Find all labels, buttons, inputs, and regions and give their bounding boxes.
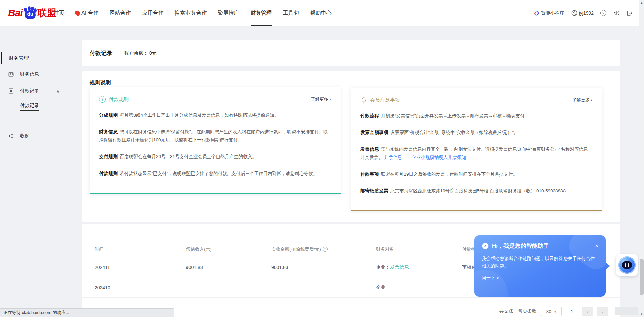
nav-item-screen[interactable]: 聚屏推广 — [218, 0, 239, 26]
cell-time: 202411 — [95, 265, 186, 270]
robot-avatar-icon — [618, 256, 636, 274]
sidebar-divider — [0, 127, 79, 127]
sidebar-title: 财务管理 — [0, 52, 74, 64]
mini-program-icon — [534, 10, 539, 16]
nav-item-search[interactable]: 搜索业务合作 — [175, 0, 207, 26]
note-invoice-info: 发票信息需与系统内发票信息内容完全一致，否则无法支付。请根据发票信息页面中“百度… — [360, 145, 592, 162]
account-balance: 账户余额： 0元 — [124, 50, 157, 56]
payment-record-icon — [8, 88, 14, 94]
nav-item-website[interactable]: 网站合作 — [110, 0, 131, 26]
total-count: 共 2 条 — [499, 308, 514, 314]
scroll-up-icon[interactable]: ▲ — [639, 0, 644, 6]
rules-panel: 规则说明 ¥ 付款规则 了解更多› 分成规则每月第3或4个工作日产出上月分成信息… — [82, 71, 620, 222]
note-invoice-amount: 发票金额事项发票票面“价税合计”金额=系统中“实收金额（扣除税费后/元）”。 — [360, 128, 592, 137]
caret-down-icon: ∨ — [554, 310, 556, 313]
chevron-up-icon[interactable]: ∧ — [56, 89, 60, 94]
help-icon[interactable]: ? — [600, 10, 606, 16]
logout-icon[interactable] — [626, 10, 633, 16]
small-taxpayer-link[interactable]: 企业小规模纳税人开票须知 — [412, 155, 466, 160]
sidebar-subitem-payment-record[interactable]: 付款记录 — [20, 103, 39, 109]
col-actual: 实收金额(扣除税费后/元) ? — [271, 246, 376, 252]
member-notes-more-link[interactable]: 了解更多› — [572, 97, 592, 103]
scrollbar[interactable]: ▲ ▼ — [639, 0, 644, 317]
main-nav: 首页 AI 合作 网站合作 应用合作 搜索业务合作 聚屏推广 财务管理 工具包 … — [54, 0, 332, 26]
pagination: 共 2 条 每页条数 30 ∨ 1 ‹ › — [499, 307, 608, 316]
ask-now-link[interactable]: 问一下 > — [482, 275, 598, 281]
cell-actual: -- — [271, 285, 376, 290]
logo-bai-text: Bai — [8, 7, 23, 19]
assistant-title: Hi，我是您的智能助手 — [492, 242, 549, 250]
sidebar-item-finance-info[interactable]: 财务信息 — [0, 68, 74, 80]
page-header-panel: 付款记录 账户余额： 0元 — [82, 40, 620, 66]
actual-amount-help-icon[interactable]: ? — [323, 247, 328, 252]
browser-status-bar: 正在等待 xlab.baidu.com 的响应... — [0, 308, 174, 317]
baidu-paw-icon: du — [23, 6, 37, 20]
rules-section-title: 规则说明 — [90, 79, 111, 86]
assistant-message: 我会帮助您诊断合作链路问题，以及解答您关于任何合作相关的问题。 — [482, 255, 598, 270]
payment-rules-more-link[interactable]: 了解更多› — [311, 96, 331, 102]
user-icon — [571, 10, 577, 16]
cell-time: 202410 — [95, 285, 186, 290]
payment-rules-card: ¥ 付款规则 了解更多› 分成规则每月第3或4个工作日产出上月分成信息及发票信息… — [90, 87, 341, 194]
rule-pay: 支付规则百度联盟会在每月20号—31号支付企业会员上个自然月产生的收入。 — [99, 152, 331, 161]
scroll-down-icon[interactable]: ▼ — [639, 311, 644, 317]
nav-item-ai[interactable]: AI 合作 — [75, 0, 99, 26]
bell-icon — [360, 97, 367, 103]
cell-entity: 企业 — [376, 284, 462, 291]
navbar-right: 智能小程序 jyj1992 ? — [534, 0, 633, 26]
cell-estimated: -- — [186, 285, 271, 290]
yen-circle-icon: ¥ — [99, 96, 106, 103]
logo-du-text: du — [25, 11, 36, 17]
close-icon[interactable]: × — [595, 243, 598, 249]
current-page[interactable]: 1 — [567, 307, 577, 316]
member-notes-title: 会员注意事项 — [370, 97, 400, 103]
active-indicator-bar — [1, 52, 2, 64]
note-mail-invoice: 邮寄纸质发票北京市海淀区西北旺东路10号院百度科技园5号楼 百度联盟财务组（收）… — [360, 187, 592, 195]
assistant-launcher-button[interactable] — [616, 254, 638, 276]
col-time: 时间 — [95, 246, 186, 252]
rule-finance-info: 财务信息您可以在财务信息中选择“保留付款”。 在此期间您产生的收入将在账户内进行… — [99, 128, 331, 144]
rule-share: 分成规则每月第3或4个工作日产出上月分成信息及发票信息，如有特殊情况将提前通知。 — [99, 111, 331, 119]
prev-page-button[interactable]: ‹ — [582, 307, 593, 316]
sidebar: 财务管理 财务信息 付款记录 ∧ 付款记录 收起 — [0, 26, 79, 317]
scrollbar-thumb[interactable] — [640, 259, 644, 295]
cell-actual: 9001.83 — [271, 265, 376, 270]
sound-icon[interactable] — [613, 10, 620, 16]
payment-rules-title: 付款规则 — [109, 96, 129, 103]
nav-item-home[interactable]: 首页 — [54, 0, 64, 26]
per-page-label: 每页条数 — [518, 308, 536, 314]
sidebar-item-payment-record[interactable]: 付款记录 ∧ — [0, 85, 74, 97]
invoice-info-link[interactable]: 开票信息 — [384, 155, 402, 160]
per-page-select[interactable]: 30 ∨ — [541, 307, 562, 316]
note-payment-flow: 付款流程月初按“发票信息”页面开具发票→上传发票→邮寄发票→审核→确认支付。 — [360, 112, 592, 120]
mini-program-entry[interactable]: 智能小程序 — [534, 10, 565, 16]
nav-item-finance[interactable]: 财务管理 — [251, 0, 272, 26]
page-title: 付款记录 — [90, 49, 112, 57]
sidebar-collapse-button[interactable]: 收起 — [0, 130, 74, 142]
invoice-info-table-link[interactable]: 发票信息 — [390, 264, 409, 270]
cell-entity: 企业：发票信息 — [376, 264, 462, 270]
nav-item-toolkit[interactable]: 工具包 — [283, 0, 299, 26]
baidu-union-logo[interactable]: Bai du 联盟 — [8, 6, 56, 20]
compass-icon — [482, 242, 489, 250]
member-notes-card: 会员注意事项 了解更多› 付款流程月初按“发票信息”页面开具发票→上传发票→邮寄… — [351, 88, 602, 211]
top-navbar: Bai du 联盟 首页 AI 合作 网站合作 应用合作 搜索业务合作 聚屏推广… — [0, 0, 644, 26]
rule-payment-status: 付款规则若付款状态显示“已支付”，说明联盟已安排了您的付款。支付后三个工作日内到… — [99, 169, 331, 178]
user-account[interactable]: jyj1992 — [571, 10, 594, 16]
flame-icon — [74, 10, 81, 17]
cell-estimated: 9001.83 — [186, 265, 271, 270]
assistant-popup-tail — [606, 262, 610, 270]
next-page-button[interactable]: › — [597, 307, 608, 316]
finance-info-icon — [8, 71, 14, 77]
collapse-icon — [8, 133, 14, 139]
note-payment-matters: 付款事项联盟在每月19日之后签收的发票，付款时间安排在下个月首批支付。 — [360, 170, 592, 178]
col-estimated: 预估收入(元) — [186, 246, 271, 252]
col-entity: 财务对象 — [376, 246, 462, 252]
balance-value: 0元 — [149, 50, 157, 56]
assistant-popup: Hi，我是您的智能助手 × 我会帮助您诊断合作链路问题，以及解答您关于任何合作相… — [474, 235, 606, 297]
nav-item-help-center[interactable]: 帮助中心 — [310, 0, 332, 26]
widget-tab — [615, 307, 638, 315]
popup-decoration — [474, 270, 508, 297]
nav-item-app[interactable]: 应用合作 — [142, 0, 164, 26]
